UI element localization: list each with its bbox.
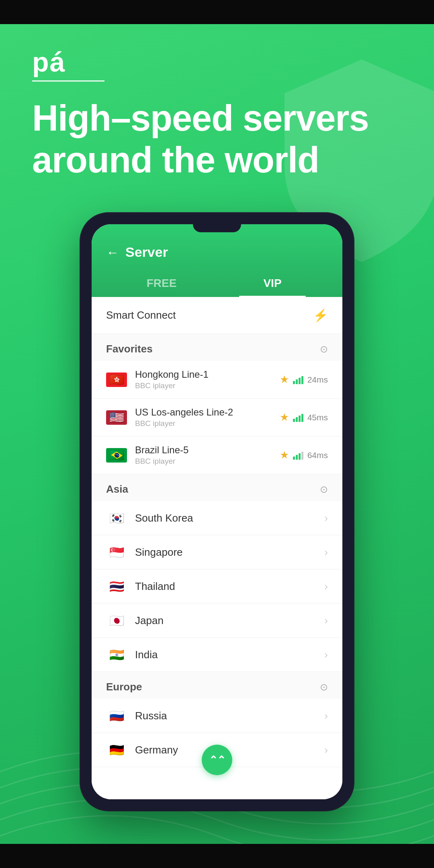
smart-connect-label: Smart Connect bbox=[106, 309, 176, 321]
ru-chevron: › bbox=[324, 710, 328, 722]
europe-collapse-icon[interactable]: ⊙ bbox=[320, 682, 328, 693]
kr-chevron: › bbox=[324, 512, 328, 524]
server-info-br: Brazil Line-5 BBC iplayer bbox=[135, 444, 280, 466]
logo-underline bbox=[32, 80, 104, 82]
favorites-collapse-icon[interactable]: ⊙ bbox=[320, 344, 328, 355]
country-name-th: Thailand bbox=[135, 580, 324, 593]
latency-us: 45ms bbox=[307, 413, 328, 422]
us-flag: 🇺🇸 bbox=[106, 410, 127, 425]
country-japan[interactable]: 🇯🇵 Japan › bbox=[92, 604, 342, 638]
sg-flag: 🇸🇬 bbox=[106, 545, 127, 559]
country-india[interactable]: 🇮🇳 India › bbox=[92, 638, 342, 672]
logo-area: pá bbox=[32, 48, 402, 82]
country-name-in: India bbox=[135, 649, 324, 661]
de-flag: 🇩🇪 bbox=[106, 743, 127, 757]
server-sub-br: BBC iplayer bbox=[135, 457, 280, 466]
country-name-kr: South Korea bbox=[135, 512, 324, 524]
in-chevron: › bbox=[324, 649, 328, 661]
headline-line1: High–speed servers bbox=[32, 98, 368, 138]
app-nav: ← Server bbox=[106, 244, 328, 260]
server-list: Smart Connect ⚡ Favorites ⊙ 🇭🇰 Hongkong … bbox=[92, 297, 342, 767]
country-russia[interactable]: 🇷🇺 Russia › bbox=[92, 699, 342, 733]
th-flag: 🇹🇭 bbox=[106, 579, 127, 594]
signal-us bbox=[293, 413, 303, 422]
country-name-sg: Singapore bbox=[135, 546, 324, 559]
signal-br bbox=[293, 451, 303, 460]
server-item-brazil[interactable]: 🇧🇷 Brazil Line-5 BBC iplayer ★ bbox=[92, 436, 342, 474]
country-south-korea[interactable]: 🇰🇷 South Korea › bbox=[92, 501, 342, 535]
star-br[interactable]: ★ bbox=[280, 449, 289, 461]
server-item-hongkong[interactable]: 🇭🇰 Hongkong Line-1 BBC iplayer ★ bbox=[92, 361, 342, 399]
phone-wrapper: ← Server FREE VIP bbox=[32, 213, 402, 811]
asia-collapse-icon[interactable]: ⊙ bbox=[320, 484, 328, 495]
back-button[interactable]: ← bbox=[106, 246, 119, 259]
ru-flag: 🇷🇺 bbox=[106, 708, 127, 723]
de-chevron: › bbox=[324, 744, 328, 756]
server-meta-br: ★ 64ms bbox=[280, 449, 328, 461]
server-name-br: Brazil Line-5 bbox=[135, 444, 280, 456]
th-chevron: › bbox=[324, 580, 328, 593]
server-meta-us: ★ 45ms bbox=[280, 411, 328, 424]
section-asia: Asia ⊙ bbox=[92, 474, 342, 501]
star-hk[interactable]: ★ bbox=[280, 373, 289, 386]
europe-title: Europe bbox=[106, 681, 142, 693]
server-sub-us: BBC iplayer bbox=[135, 419, 280, 428]
headline: High–speed servers around the world bbox=[32, 98, 402, 181]
lightning-icon: ⚡ bbox=[313, 308, 328, 322]
tab-free[interactable]: FREE bbox=[106, 270, 217, 297]
country-name-jp: Japan bbox=[135, 614, 324, 627]
server-info-hk: Hongkong Line-1 BBC iplayer bbox=[135, 369, 280, 390]
phone-screen: ← Server FREE VIP bbox=[92, 224, 342, 799]
main-content: pá High–speed servers around the world ←… bbox=[0, 0, 434, 843]
tabs-container: FREE VIP bbox=[106, 270, 328, 297]
server-name-us: US Los-angeles Line-2 bbox=[135, 407, 280, 418]
top-status-bar bbox=[0, 0, 434, 24]
server-sub-hk: BBC iplayer bbox=[135, 381, 280, 390]
br-flag: 🇧🇷 bbox=[106, 448, 127, 463]
sg-chevron: › bbox=[324, 546, 328, 559]
section-europe: Europe ⊙ bbox=[92, 672, 342, 699]
signal-hk bbox=[293, 375, 303, 384]
latency-hk: 24ms bbox=[307, 375, 328, 385]
section-favorites: Favorites ⊙ bbox=[92, 334, 342, 361]
phone-notch bbox=[193, 224, 241, 232]
server-info-us: US Los-angeles Line-2 BBC iplayer bbox=[135, 407, 280, 428]
app-title: Server bbox=[125, 244, 168, 260]
server-name-hk: Hongkong Line-1 bbox=[135, 369, 280, 380]
latency-br: 64ms bbox=[307, 450, 328, 460]
fab-scroll-top[interactable]: ⌃⌃ bbox=[202, 745, 232, 775]
star-us[interactable]: ★ bbox=[280, 411, 289, 424]
country-singapore[interactable]: 🇸🇬 Singapore › bbox=[92, 535, 342, 569]
favorites-title: Favorites bbox=[106, 343, 153, 355]
server-item-us[interactable]: 🇺🇸 US Los-angeles Line-2 BBC iplayer ★ bbox=[92, 399, 342, 436]
country-thailand[interactable]: 🇹🇭 Thailand › bbox=[92, 569, 342, 604]
logo-text: pá bbox=[32, 48, 402, 76]
country-name-ru: Russia bbox=[135, 710, 324, 722]
phone-frame: ← Server FREE VIP bbox=[80, 213, 354, 811]
hk-flag: 🇭🇰 bbox=[106, 373, 127, 387]
kr-flag: 🇰🇷 bbox=[106, 511, 127, 525]
in-flag: 🇮🇳 bbox=[106, 647, 127, 662]
asia-title: Asia bbox=[106, 483, 128, 495]
smart-connect-row[interactable]: Smart Connect ⚡ bbox=[92, 297, 342, 334]
tab-vip[interactable]: VIP bbox=[217, 270, 328, 297]
fab-icon: ⌃⌃ bbox=[209, 755, 225, 765]
bottom-nav-bar bbox=[0, 844, 434, 868]
jp-flag: 🇯🇵 bbox=[106, 613, 127, 628]
server-meta-hk: ★ 24ms bbox=[280, 373, 328, 386]
jp-chevron: › bbox=[324, 614, 328, 627]
headline-line2: around the world bbox=[32, 140, 319, 180]
app-header: ← Server FREE VIP bbox=[92, 224, 342, 297]
